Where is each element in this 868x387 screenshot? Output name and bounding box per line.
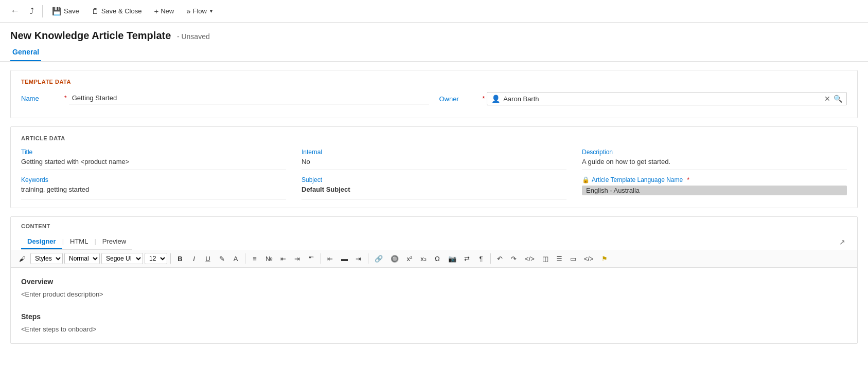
article-data-title: ARTICLE DATA — [21, 135, 847, 141]
save-icon: 💾 — [52, 7, 62, 16]
steps-placeholder: <Enter steps to onboard> — [21, 324, 847, 335]
italic-button[interactable]: I — [188, 253, 200, 264]
overview-placeholder: <Enter product description> — [21, 289, 847, 300]
list-style-button[interactable]: ☰ — [553, 253, 565, 264]
new-button[interactable]: + New — [149, 5, 179, 17]
html-code-button[interactable]: </> — [581, 253, 597, 264]
internal-value[interactable]: No — [302, 158, 566, 165]
name-field-group: Name * Getting Started — [21, 92, 429, 104]
lang-value[interactable]: English - Australia — [582, 186, 847, 195]
unsaved-indicator: - Unsaved — [177, 32, 210, 41]
flow-button[interactable]: » Flow ▾ — [181, 5, 218, 17]
save-close-button[interactable]: 🗒 Save & Close — [86, 5, 147, 17]
align-left-button[interactable]: ⇤ — [324, 253, 336, 264]
editor-content[interactable]: Overview <Enter product description> Ste… — [11, 268, 857, 343]
owner-name-value: Aaron Barth — [503, 95, 821, 103]
keywords-label: Keywords — [21, 176, 286, 183]
owner-search-icon[interactable]: 🔍 — [834, 95, 842, 103]
owner-clear-button[interactable]: ✕ — [824, 95, 830, 103]
align-right-button[interactable]: ⇥ — [352, 253, 365, 264]
styles-select[interactable]: Styles — [30, 253, 63, 264]
editor-toolbar: 🖌 Styles Normal Segoe UI 12 B I U ✎ A ≡ … — [11, 250, 857, 268]
title-field: Title Getting started with <product name… — [21, 149, 286, 170]
para-button[interactable]: ¶ — [475, 253, 487, 264]
toolbar-sep-4 — [368, 253, 368, 264]
blockquote-button[interactable]: “” — [305, 253, 317, 264]
unordered-list-button[interactable]: ≡ — [249, 253, 261, 264]
content-title: CONTENT — [21, 223, 847, 229]
title-value[interactable]: Getting started with <product name> — [21, 158, 286, 165]
toolbar-sep-3 — [321, 253, 321, 264]
language-field: 🔒 Article Template Language Name * Engli… — [582, 176, 847, 199]
internal-field: Internal No — [302, 149, 566, 170]
bold-button[interactable]: B — [174, 253, 186, 264]
person-icon: 👤 — [491, 95, 500, 103]
subject-label: Subject — [302, 176, 566, 183]
rtl-button[interactable]: ⇄ — [461, 253, 473, 264]
owner-label: Owner — [439, 95, 481, 103]
size-select[interactable]: 12 — [145, 253, 167, 264]
description-value[interactable]: A guide on how to get started. — [582, 158, 847, 165]
content-header: CONTENT Designer | HTML | Preview ↗ — [11, 217, 857, 250]
content-tabs: Designer | HTML | Preview — [21, 234, 132, 250]
title-label: Title — [21, 149, 286, 156]
owner-field[interactable]: 👤 Aaron Barth ✕ 🔍 — [487, 92, 847, 105]
align-center-button[interactable]: ▬ — [338, 253, 351, 264]
flow-dropdown-arrow: ▾ — [210, 8, 212, 14]
template-data-row: Name * Getting Started Owner * 👤 Aaron B… — [21, 92, 847, 105]
content-section: CONTENT Designer | HTML | Preview ↗ 🖌 St… — [10, 216, 858, 344]
name-label: Name — [21, 95, 62, 102]
save-close-icon: 🗒 — [92, 7, 99, 15]
font-select[interactable]: Segoe UI — [101, 253, 143, 264]
toolbar-sep-5 — [490, 253, 491, 264]
tab-preview[interactable]: Preview — [96, 234, 132, 249]
expand-icon[interactable]: ↗ — [838, 236, 847, 248]
toolbar-separator-1 — [42, 5, 43, 17]
new-icon: + — [154, 7, 158, 15]
save-button[interactable]: 💾 Save — [47, 5, 84, 18]
main-toolbar: ← ⤴ 💾 Save 🗒 Save & Close + New » Flow ▾ — [0, 0, 868, 23]
increase-indent-button[interactable]: ⇥ — [291, 253, 304, 264]
format-select[interactable]: Normal — [64, 253, 100, 264]
internal-label: Internal — [302, 149, 566, 156]
font-color-button[interactable]: A — [229, 253, 242, 264]
keywords-value[interactable]: training, getting started — [21, 186, 286, 193]
name-required: * — [64, 95, 67, 102]
tab-general[interactable]: General — [10, 44, 41, 61]
subscript-button[interactable]: x₂ — [417, 253, 430, 264]
name-value[interactable]: Getting Started — [69, 92, 429, 104]
page-title: New Knowledge Article Template — [10, 30, 171, 41]
subject-value[interactable]: Default Subject — [302, 186, 566, 193]
description-field: Description A guide on how to get starte… — [582, 149, 847, 170]
image-button[interactable]: 📷 — [445, 253, 459, 264]
ordered-list-button[interactable]: № — [262, 253, 276, 264]
insert-frame-button[interactable]: ▭ — [567, 253, 579, 264]
article-data-section: ARTICLE DATA Title Getting started with … — [10, 126, 858, 208]
underline-button[interactable]: U — [202, 253, 214, 264]
owner-field-group: Owner * 👤 Aaron Barth ✕ 🔍 — [439, 92, 847, 105]
undo-button[interactable]: ↶ — [494, 253, 506, 264]
flag-button[interactable]: ⚑ — [598, 253, 611, 264]
special-char-button[interactable]: Ω — [431, 253, 444, 264]
back-button[interactable]: ← — [6, 4, 24, 19]
lang-required: * — [687, 176, 689, 183]
tab-designer[interactable]: Designer — [21, 234, 62, 249]
superscript-button[interactable]: x² — [403, 253, 416, 264]
page-tabs: General — [0, 44, 868, 62]
share-button[interactable]: ⤴ — [26, 5, 38, 18]
link-button[interactable]: 🔗 — [371, 253, 386, 264]
steps-heading: Steps — [21, 311, 847, 322]
decrease-indent-button[interactable]: ⇤ — [277, 253, 290, 264]
tab-html[interactable]: HTML — [64, 234, 94, 249]
toolbar-sep-1 — [170, 253, 171, 264]
redo-button[interactable]: ↷ — [508, 253, 520, 264]
source-button[interactable]: </> — [522, 253, 538, 264]
brush-icon[interactable]: 🖌 — [16, 253, 29, 264]
article-data-grid: Title Getting started with <product name… — [21, 149, 847, 199]
table-button[interactable]: ◫ — [539, 253, 552, 264]
overview-heading: Overview — [21, 276, 847, 287]
content-tabs-row: Designer | HTML | Preview ↗ — [21, 234, 847, 250]
toolbar-sep-2 — [245, 253, 245, 264]
highlight-button[interactable]: ✎ — [216, 253, 228, 264]
unlink-button[interactable]: 🔘 — [387, 253, 402, 264]
